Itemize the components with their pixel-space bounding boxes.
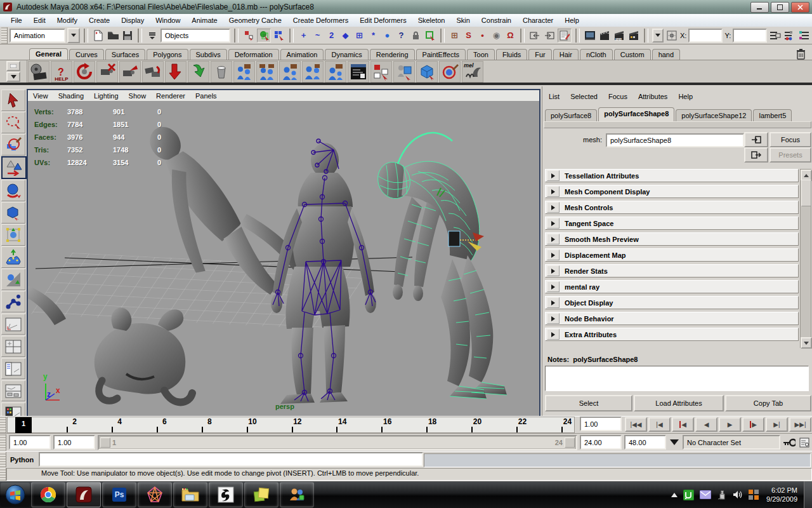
render-settings-icon[interactable] bbox=[627, 29, 640, 42]
show-desktop-button[interactable] bbox=[804, 481, 812, 508]
shelf-tab[interactable]: Animation bbox=[280, 49, 324, 60]
attribute-editor-menu-item[interactable]: Focus bbox=[608, 91, 633, 102]
menu-item[interactable]: Modify bbox=[51, 15, 83, 25]
show-attribute-editor-icon[interactable] bbox=[769, 29, 782, 42]
auto-keyframe-icon[interactable] bbox=[783, 436, 796, 449]
playback-start-field[interactable] bbox=[53, 435, 95, 450]
shelf-script-editor-icon[interactable] bbox=[348, 61, 369, 83]
attribute-section-header[interactable]: Mesh Controls bbox=[545, 201, 799, 214]
viewport-menu-item[interactable]: Panels bbox=[195, 91, 223, 100]
sections-scrollbar[interactable] bbox=[800, 169, 811, 348]
current-frame-marker[interactable]: 1 bbox=[15, 417, 32, 433]
viewport-canvas[interactable]: Verts:37889010 Edges:778418510 Faces:397… bbox=[28, 102, 539, 416]
shelf-tab[interactable]: hand bbox=[652, 49, 680, 60]
shelf-tab[interactable]: Subdivs bbox=[190, 49, 227, 60]
menu-item[interactable]: Create bbox=[83, 15, 115, 25]
help-line-grip[interactable] bbox=[0, 468, 6, 481]
attribute-section-header[interactable]: Extra Attributes bbox=[545, 328, 799, 341]
rotate-tool[interactable] bbox=[1, 180, 25, 201]
render-slate-icon[interactable] bbox=[598, 29, 611, 42]
viewport-menu-item[interactable]: Show bbox=[129, 91, 153, 100]
animation-end-field[interactable] bbox=[624, 435, 666, 450]
character-set-field[interactable] bbox=[683, 435, 780, 450]
ipr-render-icon[interactable]: IPR bbox=[613, 29, 625, 42]
playback-end-field[interactable] bbox=[580, 435, 622, 450]
menu-item[interactable]: Character bbox=[517, 15, 559, 25]
time-slider-grip[interactable] bbox=[0, 417, 6, 433]
start-button[interactable] bbox=[1, 483, 30, 507]
select-node-button[interactable]: Select bbox=[545, 395, 632, 411]
open-scene-icon[interactable] bbox=[107, 29, 119, 42]
menu-item[interactable]: Skeleton bbox=[412, 15, 451, 25]
animation-preferences-icon[interactable] bbox=[798, 436, 811, 449]
attribute-section-header[interactable]: Render Stats bbox=[545, 264, 799, 277]
attribute-section-header[interactable]: mental ray bbox=[545, 280, 799, 293]
select-deformations-mask-icon[interactable]: ◆ bbox=[339, 29, 351, 41]
attribute-section-header[interactable]: Object Display bbox=[545, 296, 799, 309]
select-tool[interactable] bbox=[1, 90, 25, 111]
menu-item[interactable]: Display bbox=[115, 15, 150, 25]
current-time-field[interactable] bbox=[580, 417, 622, 431]
play-backwards-button[interactable]: ◀ bbox=[695, 417, 717, 432]
taskbar-maya-icon[interactable] bbox=[67, 482, 101, 507]
soft-modification-tool[interactable] bbox=[1, 246, 25, 268]
scroll-down-arrow[interactable] bbox=[801, 337, 812, 349]
shelf-mel-icon[interactable]: mel bbox=[462, 61, 483, 83]
minimize-button[interactable] bbox=[750, 2, 769, 13]
shelf-paint-select-icon[interactable] bbox=[439, 61, 461, 83]
select-dynamics-mask-icon[interactable]: ⊞ bbox=[353, 29, 365, 41]
universal-manipulator-tool[interactable] bbox=[1, 224, 25, 246]
snap-to-points-icon[interactable]: • bbox=[476, 29, 488, 41]
menu-item[interactable]: Create Deformers bbox=[287, 15, 354, 25]
attribute-editor-menu-item[interactable]: Selected bbox=[570, 91, 603, 102]
select-curves-mask-icon[interactable]: ~ bbox=[311, 29, 324, 41]
attribute-editor-menu-item[interactable]: Help bbox=[678, 91, 698, 102]
taskbar-zbrush-icon[interactable] bbox=[209, 482, 243, 507]
selection-mask-field[interactable] bbox=[160, 29, 230, 43]
attribute-section-header[interactable]: Mesh Component Display bbox=[545, 185, 799, 198]
coord-entry-icon[interactable] bbox=[665, 29, 678, 42]
expand-section-button[interactable] bbox=[547, 186, 560, 197]
tray-volume-icon[interactable] bbox=[733, 490, 743, 499]
selection-mode-icon[interactable] bbox=[146, 29, 159, 42]
attribute-section-header[interactable]: Displacement Map bbox=[545, 248, 799, 262]
maximize-button[interactable] bbox=[771, 2, 789, 13]
scale-tool[interactable] bbox=[1, 202, 25, 224]
shelf-character-set-icon[interactable] bbox=[233, 61, 255, 83]
lasso-tool[interactable] bbox=[1, 112, 25, 133]
layout-persp-outliner-button[interactable] bbox=[1, 358, 25, 379]
playback-range-bar[interactable]: 1 24 bbox=[100, 437, 575, 448]
shelf-options-button[interactable] bbox=[6, 61, 20, 71]
snap-to-view-planes-icon[interactable]: ◉ bbox=[490, 29, 502, 41]
attribute-section-header[interactable]: Tessellation Attributes bbox=[545, 169, 799, 182]
copy-tab-button[interactable]: Copy Tab bbox=[725, 395, 811, 411]
expand-section-button[interactable] bbox=[547, 297, 560, 308]
select-rendering-mask-icon[interactable]: * bbox=[367, 29, 379, 41]
step-back-key-button[interactable]: ◀ bbox=[672, 417, 694, 432]
shelf-tab[interactable]: Fluids bbox=[496, 49, 527, 60]
taskbar-photoshop-icon[interactable]: Ps bbox=[102, 482, 136, 507]
shelf-tab[interactable]: Hair bbox=[553, 49, 579, 60]
go-to-playback-start-button[interactable]: |◀◀ bbox=[625, 417, 647, 432]
construction-history-icon[interactable] bbox=[558, 29, 572, 43]
status-line-grip[interactable] bbox=[1, 27, 8, 44]
shelf-tab[interactable]: Deformation bbox=[228, 49, 279, 60]
taskbar-explorer-icon[interactable] bbox=[173, 482, 207, 507]
taskbar-clock[interactable]: 6:02 PM 9/29/2009 bbox=[766, 486, 797, 504]
perspective-viewport[interactable]: ViewShadingLightingShowRendererPanels bbox=[27, 89, 540, 417]
shelf-tab[interactable]: Custom bbox=[614, 49, 651, 60]
expand-section-button[interactable] bbox=[547, 281, 560, 292]
menu-set-dropdown-arrow[interactable] bbox=[67, 28, 80, 43]
node-tab[interactable]: lambert5 bbox=[753, 109, 792, 121]
taskbar-sticky-notes-icon[interactable] bbox=[244, 482, 278, 507]
new-scene-icon[interactable] bbox=[92, 29, 105, 42]
tray-usb-icon[interactable] bbox=[717, 490, 727, 500]
attribute-section-header[interactable]: Node Behavior bbox=[545, 312, 799, 325]
trash-icon[interactable] bbox=[796, 49, 806, 60]
menu-item[interactable]: Animate bbox=[186, 15, 223, 25]
shelf-tab[interactable]: General bbox=[29, 48, 68, 61]
output-connections-icon[interactable] bbox=[543, 29, 556, 42]
tray-security-icon[interactable] bbox=[749, 490, 759, 500]
load-attributes-button[interactable]: Load Attributes bbox=[634, 395, 724, 411]
range-slider-grip[interactable] bbox=[0, 434, 6, 451]
